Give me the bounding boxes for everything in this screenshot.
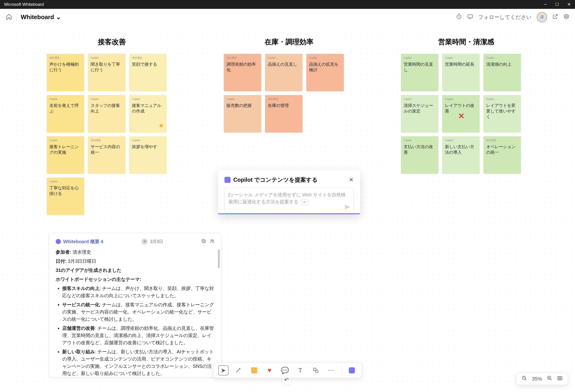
sticky-note[interactable]: Copilot営業時間の延長 bbox=[442, 54, 480, 91]
svg-rect-4 bbox=[202, 239, 205, 242]
whiteboard-canvas[interactable]: 接客改善清水理史声かけを積極的に行うCopilot聞き取りを丁寧に行う清水理史笑… bbox=[0, 26, 575, 392]
shapes-tool[interactable] bbox=[311, 365, 321, 375]
note-author-label: Copilot bbox=[445, 138, 477, 142]
sticky-note[interactable]: Copilot挨拶を増やす bbox=[129, 136, 167, 174]
note-text: 営業時間の延長 bbox=[445, 62, 477, 67]
ink-tool[interactable] bbox=[234, 365, 244, 375]
copilot-prompt-input[interactable]: |ソーシャル メディアを使用せずに Web サイトを自然検索用に最適化する方法を… bbox=[224, 188, 354, 213]
svg-rect-1 bbox=[468, 15, 473, 18]
dialog-close-icon[interactable]: ✕ bbox=[349, 177, 354, 183]
summary-title: Whiteboard 概要 4 bbox=[56, 238, 103, 245]
more-tool[interactable]: ⋯ bbox=[326, 365, 336, 375]
sticky-note[interactable]: Copilot接客マニュアルの作成★ bbox=[129, 95, 167, 133]
svg-point-5 bbox=[211, 240, 212, 241]
sticky-note[interactable]: Copilot支払い方法の改善 bbox=[401, 136, 438, 174]
zoom-level[interactable]: 35% bbox=[532, 376, 542, 382]
summary-bullet: 新しい取り組み: チームは、新しい支払い方法の導入、AIチャットボットの導入、ユ… bbox=[62, 348, 215, 377]
fit-screen-icon[interactable] bbox=[557, 375, 563, 382]
note-author-label: Copilot bbox=[49, 97, 81, 101]
text-tool[interactable]: T bbox=[295, 365, 305, 375]
summary-scrollbar[interactable] bbox=[218, 250, 220, 268]
close-icon[interactable]: ✕ bbox=[567, 2, 571, 7]
comment-tool[interactable]: 💬 bbox=[280, 365, 290, 375]
share-icon[interactable] bbox=[552, 14, 558, 21]
summary-body: 参加者: 清水理史 日付: 3月3日日曜日 31のアイデアが生成されました ホワ… bbox=[56, 249, 215, 377]
window-controls: ─ ☐ ✕ bbox=[544, 2, 571, 7]
sticky-note[interactable]: 清水理史サービス内容の統一 bbox=[88, 136, 125, 174]
sticky-note[interactable]: Copilot品揃えの拡充を検討 bbox=[306, 54, 344, 91]
divider bbox=[16, 13, 17, 21]
note-author-label: 清水理史 bbox=[268, 97, 300, 101]
zoom-out-icon[interactable] bbox=[522, 375, 527, 382]
sticky-note[interactable]: Copilotレイアウトの改善✕ bbox=[442, 95, 480, 133]
zoom-in-icon[interactable] bbox=[547, 375, 552, 382]
follow-label[interactable]: フォローしてください bbox=[478, 14, 532, 21]
zoom-control: 35% bbox=[516, 373, 568, 385]
note-author-label: Copilot bbox=[309, 56, 341, 60]
user-avatar[interactable]: 清 bbox=[537, 12, 547, 22]
note-text: 丁寧な対応を心掛ける bbox=[49, 185, 81, 197]
note-text: 新しい支払い方法の導入 bbox=[445, 144, 477, 155]
note-text: スタッフの接客向上 bbox=[91, 103, 123, 114]
board-name: Whiteboard bbox=[21, 14, 54, 21]
column-title: 在庫・調理効率 bbox=[224, 37, 354, 47]
copilot-logo-icon bbox=[224, 177, 231, 183]
note-text: 挨拶を増やす bbox=[132, 144, 164, 150]
sticky-note[interactable]: Copilot接客トレーニングの実施 bbox=[47, 136, 84, 174]
note-text: 接客マニュアルの作成 bbox=[132, 103, 164, 114]
sticky-note[interactable]: Copilot清潔感の向上 bbox=[483, 54, 521, 91]
maximize-icon[interactable]: ☐ bbox=[555, 2, 559, 7]
send-icon[interactable] bbox=[344, 204, 350, 211]
note-tool[interactable] bbox=[249, 365, 259, 375]
note-text: 営業時間の見直し bbox=[404, 62, 436, 73]
board-name-dropdown[interactable]: Whiteboard ⌄ bbox=[21, 14, 61, 21]
sticky-note[interactable]: Copilot聞き取りを丁寧に行う bbox=[88, 54, 125, 91]
note-text: 笑顔で接する bbox=[132, 62, 164, 67]
sticky-note[interactable]: Copilot営業時間の見直し bbox=[401, 54, 438, 91]
note-author-label: Copilot bbox=[486, 56, 518, 60]
note-text: オペレーションの統一 bbox=[486, 144, 518, 155]
reaction-tool[interactable]: ♥ bbox=[264, 365, 275, 375]
note-text: 聞き取りを丁寧に行う bbox=[91, 62, 123, 73]
sticky-note[interactable]: Copilot新しい支払い方法の導入 bbox=[442, 136, 480, 174]
note-text: レイアウトを変更して使いやすく bbox=[486, 103, 518, 120]
sticky-note[interactable]: 清水理史声かけを積極的に行う bbox=[47, 54, 84, 91]
sticky-note[interactable]: Copilot名前を覚えて呼ぶ bbox=[47, 95, 84, 133]
minimize-icon[interactable]: ─ bbox=[544, 2, 547, 7]
note-author-label: Copilot bbox=[132, 97, 164, 101]
sticky-note[interactable]: Copilot品揃えの見直し bbox=[265, 54, 303, 91]
copilot-tool[interactable] bbox=[347, 365, 357, 375]
note-author-label: Copilot bbox=[49, 180, 81, 183]
sticky-note[interactable]: Copilot販売数の把握 bbox=[224, 95, 261, 133]
copilot-placeholder: |ソーシャル メディアを使用せずに Web サイトを自然検索用に最適化する方法を… bbox=[228, 192, 346, 204]
pointer-tool[interactable]: ➤ bbox=[218, 365, 228, 375]
note-author-label: Copilot bbox=[49, 138, 81, 142]
home-icon[interactable] bbox=[6, 14, 12, 21]
note-author-label: Copilot bbox=[486, 97, 518, 101]
main-toolbar: ➤ ♥ 💬 T ⋯ bbox=[213, 363, 362, 378]
note-author-label: Copilot bbox=[404, 138, 436, 142]
note-author-label: Copilot bbox=[132, 138, 164, 142]
sticky-note[interactable]: Copilot丁寧な対応を心掛ける bbox=[47, 178, 84, 215]
summary-bullet: 店舗運営の改善: チームは、調理依頼の効率化、品揃えの見直し、在庫管理、営業時間… bbox=[62, 325, 215, 346]
sticky-note[interactable]: 清水理史在庫の管理 bbox=[265, 95, 303, 133]
sticky-note[interactable]: 清水理史笑顔で接する bbox=[129, 54, 167, 91]
summary-bullet: 接客スキルの向上: チームは、声かけ、聞き取り、笑顔、挨拶、丁寧な対応などの接客… bbox=[62, 285, 215, 299]
summary-panel[interactable]: Whiteboard 概要 4 清 3月3日 参加者: 清水理史 日付: 3月3… bbox=[49, 233, 221, 377]
note-text: 声かけを積極的に行う bbox=[49, 62, 81, 73]
sticky-note[interactable]: 清水理史調理依頼の効率化 bbox=[224, 54, 261, 91]
copy-icon[interactable] bbox=[201, 238, 206, 245]
note-text: 支払い方法の改善 bbox=[404, 144, 436, 155]
present-icon[interactable] bbox=[467, 14, 473, 21]
note-author-label: Copilot bbox=[404, 97, 436, 101]
people-icon[interactable] bbox=[210, 238, 215, 245]
timer-icon[interactable] bbox=[456, 14, 462, 21]
settings-icon[interactable] bbox=[563, 14, 569, 21]
note-author-label: 清水理史 bbox=[227, 56, 259, 60]
sticky-note[interactable]: 清水理史オペレーションの統一 bbox=[483, 136, 521, 174]
sticky-note[interactable]: Copilotレイアウトを変更して使いやすく bbox=[483, 95, 521, 133]
note-author-label: Copilot bbox=[268, 56, 300, 60]
note-text: 清潔感の向上 bbox=[486, 62, 518, 67]
sticky-note[interactable]: Copilotスタッフの接客向上 bbox=[88, 95, 125, 133]
sticky-note[interactable]: Copilot清掃スケジュールの策定 bbox=[401, 95, 438, 133]
